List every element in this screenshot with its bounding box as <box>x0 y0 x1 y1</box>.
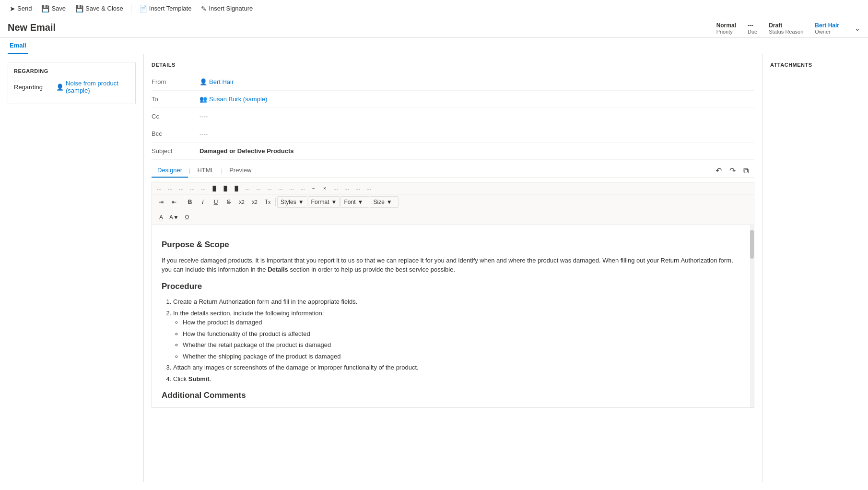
cc-row: Cc ---- <box>152 108 754 125</box>
regarding-box: REGARDING Regarding 👤 Noise from product… <box>8 62 136 104</box>
extra-btn-14[interactable]: … <box>297 183 308 193</box>
strikethrough-btn[interactable]: S <box>223 196 235 208</box>
due-label: Due <box>748 29 757 35</box>
editor-tab-bar: Designer | HTML | Preview ↶ ↷ ⧉ <box>152 164 754 178</box>
owner-value[interactable]: Bert Hair <box>815 22 839 29</box>
superscript-btn[interactable]: x2 <box>248 196 261 208</box>
send-button[interactable]: ➤ Send <box>6 3 35 14</box>
tab-preview[interactable]: Preview <box>223 164 257 178</box>
format-dropdown[interactable]: Format ▼ <box>308 196 340 208</box>
tab-html[interactable]: HTML <box>191 164 220 178</box>
font-color-btn[interactable]: A <box>155 212 167 223</box>
extra-btn-2[interactable]: … <box>165 183 176 193</box>
expand-button[interactable]: ⧉ <box>741 165 751 177</box>
extra-btn-9[interactable]: … <box>242 183 253 193</box>
bcc-value[interactable]: ---- <box>199 130 754 137</box>
from-icon: 👤 <box>199 78 207 85</box>
sub-list: How the product is damaged How the funct… <box>173 318 744 361</box>
extra-btn-1[interactable]: … <box>154 183 164 193</box>
send-icon: ➤ <box>10 5 15 12</box>
underline-btn[interactable]: U <box>210 196 222 208</box>
font-chevron-icon: ▼ <box>358 199 364 205</box>
to-value[interactable]: 👥 Susan Burk (sample) <box>199 96 754 103</box>
clear-format-btn[interactable]: Tx <box>261 196 274 208</box>
redo-button[interactable]: ↷ <box>727 164 738 177</box>
save-icon: 💾 <box>41 5 49 12</box>
header-area: New Email Normal Priority --- Due Draft … <box>0 17 868 38</box>
extra-btn-5[interactable]: … <box>198 183 209 193</box>
extra-btn-12[interactable]: … <box>275 183 286 193</box>
save-button[interactable]: 💾 Save <box>37 3 70 14</box>
insert-signature-button[interactable]: ✎ Insert Signature <box>197 3 257 14</box>
indent-increase-btn[interactable]: ⇥ <box>155 196 167 208</box>
from-label: From <box>152 78 199 85</box>
extra-btn-7[interactable]: █ <box>220 183 231 193</box>
tab-sep-2: | <box>220 167 223 174</box>
editor-scrollbar[interactable] <box>750 225 754 407</box>
save-close-button[interactable]: 💾 Save & Close <box>71 3 127 14</box>
size-dropdown[interactable]: Size ▼ <box>370 196 399 208</box>
subject-label: Subject <box>152 147 199 155</box>
extra-btn-10[interactable]: … <box>253 183 264 193</box>
insert-template-button[interactable]: 📄 Insert Template <box>135 3 196 14</box>
size-label: Size <box>373 199 384 205</box>
procedure-item-2: In the details section, include the foll… <box>173 309 744 361</box>
undo-button[interactable]: ↶ <box>714 164 724 177</box>
priority-value: Normal <box>716 22 736 29</box>
status-reason-value: Draft <box>769 22 782 29</box>
italic-btn[interactable]: I <box>197 196 209 208</box>
editor-content[interactable]: Purpose & Scope If you receive damaged p… <box>152 225 754 407</box>
from-value[interactable]: 👤 Bert Hair <box>199 78 754 85</box>
header-chevron-icon[interactable]: ⌄ <box>855 24 860 32</box>
procedure-item-3: Attach any images or screenshots of the … <box>173 363 744 372</box>
omega-btn[interactable]: Ω <box>181 212 193 223</box>
extra-btn-6[interactable]: █ <box>209 183 220 193</box>
extra-btn-16[interactable]: × <box>319 183 330 193</box>
procedure-item-1: Create a Return Authorization form and f… <box>173 297 744 307</box>
indent-decrease-btn[interactable]: ⇤ <box>168 196 180 208</box>
due-meta: --- Due <box>748 22 757 35</box>
extra-btn-11[interactable]: … <box>264 183 275 193</box>
main-content: REGARDING Regarding 👤 Noise from product… <box>0 54 868 482</box>
extra-btn-18[interactable]: … <box>341 183 352 193</box>
extra-btn-15[interactable]: − <box>308 183 319 193</box>
editor-scroll-area: Purpose & Scope If you receive damaged p… <box>152 225 754 407</box>
subject-row: Subject Damaged or Defective Products <box>152 143 754 160</box>
styles-dropdown[interactable]: Styles ▼ <box>277 196 307 208</box>
regarding-field-value[interactable]: 👤 Noise from product (sample) <box>56 80 129 94</box>
size-chevron-icon: ▼ <box>387 199 392 205</box>
fmt-sep-1 <box>182 198 182 206</box>
bold-btn[interactable]: B <box>184 196 196 208</box>
font-dropdown[interactable]: Font ▼ <box>340 196 369 208</box>
extra-btn-8[interactable]: █ <box>231 183 242 193</box>
extra-btn-17[interactable]: … <box>330 183 341 193</box>
sub-item-3: Whether the retail package of the produc… <box>183 340 744 350</box>
extra-btn-20[interactable]: … <box>364 183 374 193</box>
cc-value[interactable]: ---- <box>199 113 754 120</box>
extra-btn-4[interactable]: … <box>187 183 198 193</box>
tab-designer[interactable]: Designer <box>152 164 188 178</box>
scrollbar-thumb <box>750 230 754 259</box>
editor-actions: ↶ ↷ ⧉ <box>714 164 754 177</box>
to-icon: 👥 <box>199 96 207 103</box>
extra-btn-13[interactable]: … <box>286 183 297 193</box>
styles-label: Styles <box>281 199 296 205</box>
from-value-text: Bert Hair <box>209 78 234 85</box>
extra-btn-3[interactable]: … <box>176 183 187 193</box>
to-row: To 👥 Susan Burk (sample) <box>152 91 754 108</box>
owner-label: Owner <box>815 29 830 35</box>
regarding-panel: REGARDING Regarding 👤 Noise from product… <box>0 54 144 482</box>
tab-email[interactable]: Email <box>8 38 28 54</box>
regarding-field-row: Regarding 👤 Noise from product (sample) <box>14 80 129 94</box>
format-chevron-icon: ▼ <box>331 199 337 205</box>
top-toolbar: ➤ Send 💾 Save 💾 Save & Close 📄 Insert Te… <box>0 0 868 17</box>
content-paragraph-1: If you receive damaged products, it is i… <box>162 256 744 275</box>
highlight-btn[interactable]: A▼ <box>168 212 180 223</box>
subscript-btn[interactable]: x2 <box>235 196 248 208</box>
regarding-value-text: Noise from product (sample) <box>66 80 129 94</box>
subject-value[interactable]: Damaged or Defective Products <box>199 147 754 155</box>
attachments-panel: ATTACHMENTS <box>762 54 868 482</box>
save-label: Save <box>51 5 66 12</box>
content-heading-3: Additional Comments <box>162 389 744 402</box>
extra-btn-19[interactable]: … <box>352 183 363 193</box>
